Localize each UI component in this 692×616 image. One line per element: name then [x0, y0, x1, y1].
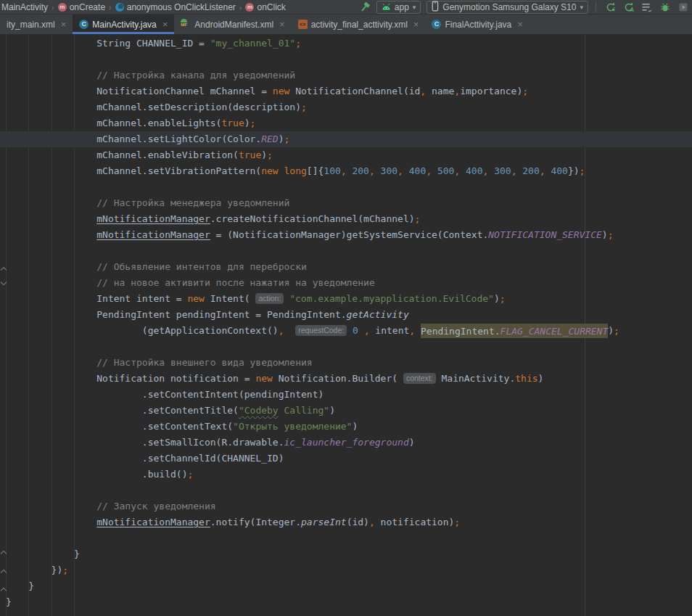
toolbar-separator	[596, 2, 596, 12]
code-line[interactable]: String CHANNEL_ID = "my_channel_01";	[0, 36, 692, 52]
code-line[interactable]: .setSmallIcon(R.drawable.ic_launcher_for…	[0, 435, 692, 451]
method-icon: m	[58, 3, 67, 12]
code-line[interactable]: mChannel.setLightColor(Color.RED);	[0, 131, 692, 147]
code-line[interactable]: mNotificationManager.createNotificationC…	[0, 211, 692, 227]
code-line[interactable]: }	[0, 546, 692, 562]
chevron-down-icon: ▾	[413, 4, 416, 11]
code-line[interactable]	[0, 530, 692, 546]
svg-text:A: A	[630, 7, 634, 13]
breadcrumb-item[interactable]: monClick	[245, 2, 285, 12]
editor-tab-bar: ity_main.xml×CMainActivity.java×MFAndroi…	[0, 15, 692, 34]
breadcrumb-separator-icon: ›	[108, 3, 112, 12]
parameter-hint: context:	[403, 373, 436, 384]
layout-xml-icon: <>	[298, 20, 308, 29]
fold-down-icon[interactable]	[0, 276, 7, 284]
chevron-down-icon: ▾	[580, 4, 583, 11]
anonymous-class-icon	[115, 3, 124, 12]
code-line[interactable]: // Обьявление интентов для переброски	[0, 259, 692, 275]
apply-code-changes-icon[interactable]: A	[623, 1, 635, 13]
run-configuration-select[interactable]: app ▾	[376, 1, 421, 14]
method-icon: m	[245, 3, 254, 12]
code-area[interactable]: String CHANNEL_ID = "my_channel_01"; // …	[0, 34, 692, 610]
tab-label: FinalActtivity.java	[445, 20, 511, 30]
profile-icon[interactable]	[677, 1, 689, 13]
debug-icon[interactable]	[659, 1, 671, 13]
breadcrumb-item[interactable]: MainActivity	[1, 2, 48, 12]
code-line[interactable]: mChannel.setDescription(description);	[0, 99, 692, 115]
fold-up-icon[interactable]	[0, 263, 7, 270]
code-line[interactable]: // Настройка канала для уведомлений	[0, 67, 692, 83]
build-hammer-icon[interactable]	[359, 1, 371, 13]
tab-finalacttivity-java[interactable]: CFinalActtivity.java×	[425, 15, 529, 34]
code-line[interactable]: (getApplicationContext(), requestCode: 0…	[0, 323, 692, 339]
code-line[interactable]: mNotificationManager = (NotificationMana…	[0, 227, 692, 243]
breadcrumb-item[interactable]: monCreate	[58, 2, 105, 12]
main-toolbar: MainActivity›monCreate›anonymous OnClick…	[0, 0, 692, 15]
close-icon[interactable]: ×	[279, 20, 285, 29]
tab-activity-final-acttivity-xml[interactable]: <>activity_final_acttivity.xml×	[292, 15, 426, 34]
phone-icon	[432, 1, 439, 14]
code-line[interactable]: NotificationChannel mChannel = new Notif…	[0, 83, 692, 99]
java-class-icon: C	[79, 20, 88, 29]
code-line[interactable]: });	[0, 562, 692, 578]
fold-up-icon[interactable]	[0, 546, 7, 554]
edit-run-configurations-icon[interactable]	[641, 1, 653, 13]
parameter-hint: requestCode:	[295, 325, 347, 336]
device-select[interactable]: Genymotion Samsung Galaxy S10 ▾	[427, 1, 588, 14]
breadcrumb-separator-icon: ›	[51, 3, 55, 12]
code-line[interactable]: }	[0, 594, 692, 610]
close-icon[interactable]: ×	[517, 20, 523, 29]
code-line[interactable]: .setChannelId(CHANNEL_ID)	[0, 451, 692, 467]
code-line[interactable]: Intent intent = new Intent( action: "com…	[0, 291, 692, 307]
tab-ity-main-xml[interactable]: ity_main.xml×	[0, 15, 73, 34]
device-label: Genymotion Samsung Galaxy S10	[442, 2, 576, 12]
run-configuration-label: app	[395, 2, 409, 12]
code-line[interactable]	[0, 52, 692, 67]
code-line[interactable]: mChannel.setVibrationPattern(new long[]{…	[0, 163, 692, 179]
code-line[interactable]	[0, 179, 692, 195]
code-line[interactable]: .setContentText("Открыть уведомление")	[0, 419, 692, 435]
fold-up-icon[interactable]	[0, 565, 7, 572]
breadcrumb: MainActivity›monCreate›anonymous OnClick…	[1, 2, 359, 12]
breadcrumb-item[interactable]: anonymous OnClickListener	[115, 2, 236, 12]
code-line[interactable]: // Настройка внешнего вида уведомления	[0, 355, 692, 371]
tab-mainactivity-java[interactable]: CMainActivity.java×	[73, 15, 174, 34]
code-line[interactable]	[0, 482, 692, 498]
code-line[interactable]: PendingIntent pendingIntent = PendingInt…	[0, 307, 692, 323]
parameter-hint: action:	[255, 293, 284, 304]
code-line[interactable]: // Настройка менеджера уведомлений	[0, 195, 692, 211]
code-line[interactable]: .build();	[0, 467, 692, 482]
tab-label: ity_main.xml	[7, 20, 55, 30]
apply-changes-restart-icon[interactable]	[605, 1, 617, 13]
close-icon[interactable]: ×	[413, 20, 419, 29]
code-line[interactable]: // на новое активити после нажатия на ув…	[0, 275, 692, 291]
tab-androidmanifest-xml[interactable]: MFAndroidManifest.xml×	[174, 15, 291, 34]
code-line[interactable]: .setContentIntent(pendingIntent)	[0, 387, 692, 403]
tab-label: AndroidManifest.xml	[194, 20, 273, 30]
breadcrumb-separator-icon: ›	[239, 3, 243, 12]
code-line[interactable]: mChannel.enableLights(true);	[0, 115, 692, 131]
close-icon[interactable]: ×	[162, 20, 168, 29]
code-line[interactable]: mChannel.enableVibration(true);	[0, 147, 692, 163]
tab-label: activity_final_acttivity.xml	[311, 20, 408, 30]
toolbar-actions: A	[605, 1, 689, 13]
manifest-icon: MF	[181, 19, 191, 30]
code-line[interactable]: mNotificationManager.notify(Integer.pars…	[0, 514, 692, 530]
code-line[interactable]: }	[0, 578, 692, 594]
android-head-icon	[382, 2, 391, 12]
code-line[interactable]	[0, 243, 692, 259]
code-line[interactable]	[0, 339, 692, 355]
code-line[interactable]: // Запуск уведомления	[0, 498, 692, 514]
java-class-icon: C	[432, 20, 441, 29]
fold-up-icon[interactable]	[0, 583, 7, 591]
code-editor[interactable]: String CHANNEL_ID = "my_channel_01"; // …	[0, 34, 692, 616]
close-icon[interactable]: ×	[61, 20, 67, 29]
tab-label: MainActivity.java	[92, 20, 156, 30]
code-line[interactable]: Notification notification = new Notifica…	[0, 371, 692, 387]
code-line[interactable]: .setContentTitle("Codeby Calling")	[0, 403, 692, 419]
toolbar-run-controls: app ▾ Genymotion Samsung Galaxy S10 ▾ A	[359, 1, 689, 14]
